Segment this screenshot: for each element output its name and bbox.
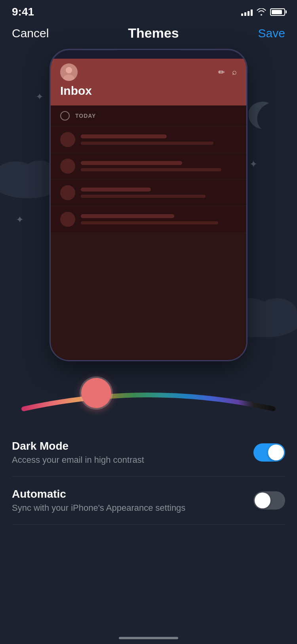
email-avatar [60,159,75,174]
app-inbox-header: ✏ ⌕ Inbox [51,59,246,105]
toggle-knob [255,493,270,508]
color-arc [16,373,281,413]
email-avatar [60,185,75,200]
automatic-title: Automatic [12,488,253,500]
email-list-item [51,153,246,180]
section-circle [60,111,70,121]
toggle-knob [268,445,284,460]
email-preview [81,195,206,198]
phone-notch [117,50,180,59]
phone-preview-container: ✏ ⌕ Inbox TODAY [0,49,297,361]
email-preview [81,142,213,145]
save-button[interactable]: Save [258,27,285,40]
dark-mode-toggle[interactable] [253,443,285,462]
email-preview [81,168,221,171]
automatic-setting-row: Automatic Sync with your iPhone's Appear… [12,477,285,525]
inbox-title: Inbox [60,84,237,99]
email-list-item [51,206,246,233]
page-title: Themes [128,25,179,41]
color-slider-thumb[interactable] [81,378,111,408]
phone-mockup: ✏ ⌕ Inbox TODAY [50,49,248,361]
status-icons [241,8,285,16]
status-time: 9:41 [12,6,34,18]
dark-mode-description: Access your email in high contrast [12,455,253,465]
email-avatar [60,212,75,227]
email-subject [81,188,151,192]
email-preview [81,221,218,224]
section-today-label: TODAY [75,113,96,119]
pencil-icon: ✏ [218,67,225,77]
phone-side-button [246,129,248,153]
phone-screen: ✏ ⌕ Inbox TODAY [51,59,246,360]
search-icon: ⌕ [232,67,237,77]
svg-point-7 [66,67,72,73]
color-slider-container[interactable] [16,369,281,417]
email-avatar [60,132,75,147]
cancel-button[interactable]: Cancel [12,27,49,40]
battery-icon [270,8,285,16]
app-email-list: TODAY [51,105,246,233]
email-subject [81,214,174,218]
automatic-toggle[interactable] [253,491,285,510]
wifi-icon [257,8,266,15]
status-bar: 9:41 [0,0,297,21]
avatar [60,63,78,81]
dark-mode-setting-row: Dark Mode Access your email in high cont… [12,429,285,477]
automatic-description: Sync with your iPhone's Appearance setti… [12,503,253,513]
home-indicator [119,637,178,639]
email-subject [81,161,182,165]
email-list-item [51,180,246,206]
settings-section: Dark Mode Access your email in high cont… [0,425,297,525]
nav-bar: Cancel Themes Save [0,21,297,49]
signal-bars-icon [241,8,253,16]
email-list-item [51,126,246,153]
color-slider-section [0,357,297,425]
dark-mode-title: Dark Mode [12,440,253,452]
email-subject [81,134,167,138]
app-header-icons: ✏ ⌕ [218,67,237,77]
